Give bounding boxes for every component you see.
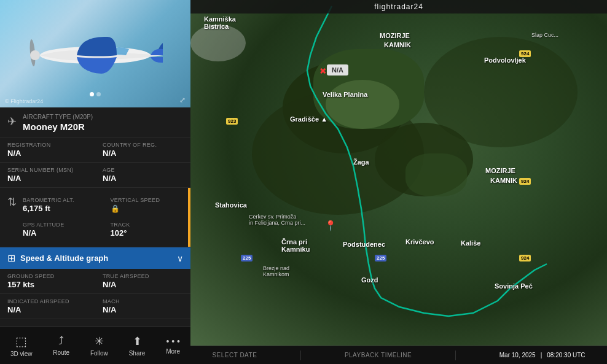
location-pin: 📍 [324, 220, 337, 231]
select-date-section[interactable]: SELECT DATE [212, 352, 257, 358]
map-background: N/A ✚ KamniškaBistrica MOZIRJE KAMNIK Po… [190, 0, 607, 346]
true-airspeed-cell: TRUE AIRSPEED N/A [95, 269, 190, 293]
more-icon: • • • [166, 336, 179, 346]
na-badge: N/A [327, 64, 348, 76]
altitude-icon: ⇅ [7, 195, 17, 209]
ground-speed-value: 157 kts [7, 280, 88, 289]
nav-route-label: Route [53, 349, 69, 356]
gps-label: GPS ALTITUDE [23, 222, 96, 228]
bottom-bar: SELECT DATE PLAYBACK TIMELINE Mar 10, 20… [190, 346, 607, 364]
dots-indicator [90, 92, 101, 96]
serial-value: N/A [7, 174, 88, 183]
map-label-stahovica: Stahovica [215, 201, 247, 209]
map-label-cerkev: Cerkev sv. Primožain Felicijana, Črna pr… [249, 214, 305, 226]
vspeed-value: 🔒 [111, 204, 176, 213]
track-cell: TRACK 102° [103, 217, 184, 242]
track-value: 102° [111, 228, 176, 238]
true-airspeed-label: TRUE AIRSPEED [103, 273, 183, 279]
mach-value: N/A [103, 305, 183, 314]
baro-label: BAROMETRIC ALT. [23, 197, 96, 203]
road-badge-924-mid: 924 [519, 178, 531, 185]
yellow-bar [188, 188, 190, 247]
lock-icon: 🔒 [111, 204, 120, 213]
road-badge-924-bot: 924 [519, 255, 531, 261]
vspeed-cell: VERTICAL SPEED 🔒 [103, 193, 184, 217]
nav-more-label: More [166, 348, 180, 355]
aircraft-type-label: AIRCRAFT TYPE (M20P) [23, 114, 93, 120]
registration-value: N/A [7, 149, 88, 158]
separator: | [541, 352, 542, 358]
country-label: COUNTRY OF REG. [103, 142, 183, 148]
track-label: TRACK [111, 222, 176, 228]
bottom-nav: ⬚ 3D view ⤴ Route ✳ Follow ⬆ Share • • •… [0, 326, 190, 364]
true-airspeed-value: N/A [103, 280, 183, 289]
aircraft-type-icon: ✈ [7, 115, 17, 128]
playback-section[interactable]: PLAYBACK TIMELINE [345, 352, 412, 358]
map-label-mozirje-top: MOZIRJE [380, 32, 410, 39]
ground-speed-cell: GROUND SPEED 157 kts [0, 269, 95, 293]
road-badge-924-top: 924 [519, 50, 531, 57]
graph-label: Speed & Altitude graph [20, 254, 172, 263]
aircraft-svg [22, 23, 169, 85]
nav-3d-view[interactable]: ⬚ 3D view [4, 330, 39, 361]
alt-speed-row: ⇅ BAROMETRIC ALT. 6,175 ft VERTICAL SPEE… [0, 188, 190, 247]
aircraft-image: © Flightradar24 ⤢ [0, 0, 190, 107]
registration-label: REGISTRATION [7, 142, 88, 148]
baro-value: 6,175 ft [23, 204, 96, 213]
road-badge-923: 923 [226, 118, 238, 125]
app-title: flightradar24 [374, 2, 423, 11]
aircraft-name: Mooney M20R [23, 122, 93, 132]
indicated-mach-grid: INDICATED AIRSPEED N/A MACH N/A [0, 294, 190, 319]
indicated-cell: INDICATED AIRSPEED N/A [0, 294, 95, 319]
map-label-kamnik-mid: KAMNIK [490, 177, 517, 184]
dot-1 [90, 92, 94, 96]
gps-cell: GPS ALTITUDE N/A [23, 217, 103, 242]
3d-view-icon: ⬚ [15, 334, 27, 349]
map-area[interactable]: N/A ✚ KamniškaBistrica MOZIRJE KAMNIK Po… [190, 0, 607, 346]
age-cell: AGE N/A [95, 163, 190, 187]
country-cell: COUNTRY OF REG. N/A [95, 137, 190, 162]
time-value: 08:20:30 UTC [547, 352, 585, 358]
serial-age-grid: SERIAL NUMBER (MSN) N/A AGE N/A [0, 163, 190, 188]
gps-value: N/A [23, 228, 96, 238]
speed-altitude-header[interactable]: ⊞ Speed & Altitude graph ∨ [0, 247, 190, 269]
alt-info-grid: BAROMETRIC ALT. 6,175 ft VERTICAL SPEED … [23, 193, 183, 242]
nav-follow[interactable]: ✳ Follow [84, 331, 114, 360]
vspeed-label: VERTICAL SPEED [111, 197, 176, 203]
nav-share[interactable]: ⬆ Share [123, 331, 152, 360]
divider-1 [300, 350, 301, 360]
registration-cell: REGISTRATION N/A [0, 137, 95, 162]
serial-cell: SERIAL NUMBER (MSN) N/A [0, 163, 95, 187]
baro-cell: BAROMETRIC ALT. 6,175 ft [23, 193, 103, 217]
header-bar: flightradar24 [190, 0, 607, 14]
nav-more[interactable]: • • • More [160, 333, 186, 358]
map-label-slap-cuc: Slap Cuc... [531, 32, 558, 38]
route-icon: ⤴ [58, 335, 64, 347]
map-label-sovinja-pec: Sovinja Peč [495, 282, 533, 290]
date-time-section: Mar 10, 2025 | 08:20:30 UTC [499, 352, 585, 358]
map-label-kalise: Kališe [461, 239, 480, 247]
divider-2 [455, 350, 456, 360]
graph-icon: ⊞ [7, 252, 15, 264]
country-value: N/A [103, 149, 183, 158]
map-label-kamnik-top: KAMNIK [384, 41, 411, 48]
map-label-brezje: Brezje nadKamnikom [263, 265, 289, 277]
mach-cell: MACH N/A [95, 294, 190, 319]
nav-follow-label: Follow [90, 350, 108, 357]
chevron-down-icon: ∨ [177, 254, 183, 263]
nav-3d-label: 3D view [10, 350, 33, 357]
expand-icon[interactable]: ⤢ [179, 96, 186, 104]
ground-speed-row: GROUND SPEED 157 kts TRUE AIRSPEED N/A [0, 269, 190, 294]
serial-label: SERIAL NUMBER (MSN) [7, 167, 88, 173]
indicated-label: INDICATED AIRSPEED [7, 298, 88, 304]
dot-2 [96, 92, 101, 96]
road-badge-225-left: 225 [241, 255, 253, 261]
nav-share-label: Share [129, 350, 146, 357]
map-label-krivcevo: Krivčevo [405, 238, 434, 246]
nav-route[interactable]: ⤴ Route [47, 331, 76, 360]
watermark: © Flightradar24 [5, 98, 43, 104]
aircraft-type-row: ✈ AIRCRAFT TYPE (M20P) Mooney M20R [0, 107, 190, 137]
reg-country-grid: REGISTRATION N/A COUNTRY OF REG. N/A [0, 137, 190, 163]
date-value: Mar 10, 2025 [499, 352, 536, 358]
indicated-value: N/A [7, 305, 88, 314]
